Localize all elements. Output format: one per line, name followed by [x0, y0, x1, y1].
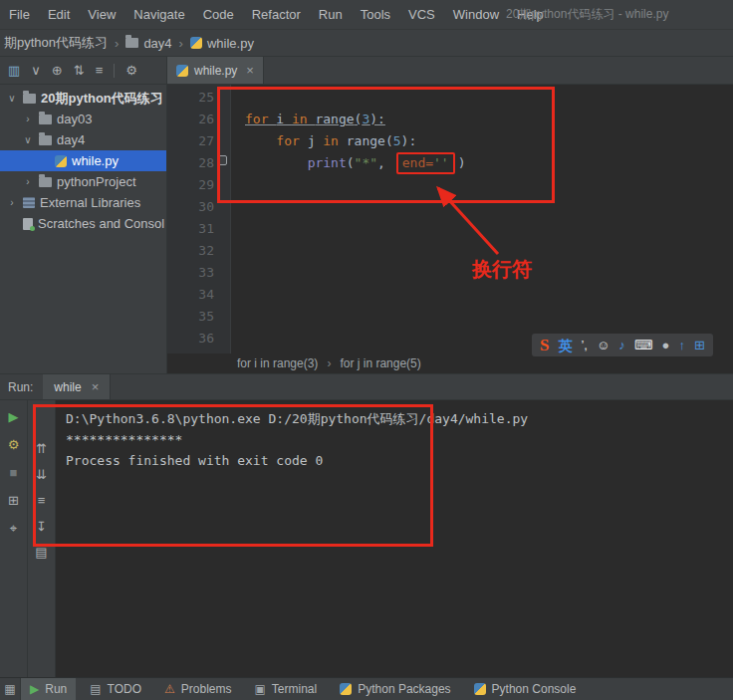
- restore-layout-icon[interactable]: ⊞: [8, 494, 19, 507]
- run-panel: Run: while × ▶⚙■⊞⌖ ⇈⇊≡↧▤ D:\Python3.6.8\…: [0, 373, 733, 677]
- gutter-bookmark-icon[interactable]: [218, 155, 227, 165]
- soft-wrap-icon[interactable]: ≡: [38, 494, 46, 507]
- tree-item-while-py[interactable]: while.py: [0, 150, 166, 171]
- editor-breadcrumb-2[interactable]: for j in range(5): [338, 356, 422, 370]
- scratch-icon: [23, 218, 33, 230]
- sogou-logo-icon[interactable]: S: [540, 337, 549, 353]
- breadcrumb-item-while-py[interactable]: while.py: [188, 36, 256, 51]
- problems-icon: ⚠: [164, 683, 175, 695]
- menu-view[interactable]: View: [79, 7, 124, 22]
- punctuation-icon[interactable]: ’,: [581, 339, 588, 351]
- status-problems[interactable]: ⚠Problems: [155, 678, 240, 700]
- breadcrumb-separator-icon: ›: [110, 36, 123, 51]
- tree-item-external-libraries[interactable]: ›External Libraries: [0, 192, 166, 213]
- menu-window[interactable]: Window: [444, 7, 508, 22]
- editor-tab-while-py[interactable]: while.py×: [167, 57, 264, 84]
- python-icon: [474, 683, 486, 695]
- run-toolbar-main: ▶⚙■⊞⌖: [0, 400, 28, 677]
- toolbox-icon[interactable]: ⊞: [694, 339, 705, 351]
- breadcrumb-item-day4[interactable]: day4: [123, 36, 173, 51]
- run-console[interactable]: D:\Python3.6.8\python.exe D:/20期python代码…: [56, 400, 733, 677]
- line-number: 35: [167, 306, 230, 328]
- close-icon[interactable]: ×: [246, 64, 254, 77]
- chevron-expanded-icon[interactable]: ∨: [6, 93, 18, 104]
- profile-icon[interactable]: ●: [662, 339, 670, 351]
- stop-icon[interactable]: ■: [10, 466, 18, 479]
- editor-breadcrumb-1[interactable]: for i in range(3): [235, 356, 320, 370]
- tree-item-20-python[interactable]: ∨20期python代码练习: [0, 88, 166, 109]
- run-toolbar-secondary: ⇈⇊≡↧▤: [28, 400, 56, 677]
- menu-vcs[interactable]: VCS: [399, 7, 444, 22]
- code-area[interactable]: for i in range(3): for j in range(5): pr…: [231, 85, 733, 350]
- scroll-to-end-icon[interactable]: ↧: [36, 520, 47, 533]
- annotation-box-end-param: end='': [396, 152, 455, 174]
- menu-refactor[interactable]: Refactor: [243, 7, 310, 22]
- code-line-34: [245, 284, 733, 306]
- menu-edit[interactable]: Edit: [39, 7, 79, 22]
- menu-tools[interactable]: Tools: [352, 7, 399, 22]
- pin-tab-icon[interactable]: ⌖: [10, 522, 17, 535]
- editor-tab-bar: while.py×: [167, 57, 264, 84]
- rerun-icon[interactable]: ▶: [9, 410, 19, 423]
- status-terminal[interactable]: ▣Terminal: [246, 678, 327, 700]
- emoji-icon[interactable]: ☺: [597, 339, 610, 351]
- line-number: 30: [167, 196, 230, 218]
- tree-item-day4[interactable]: ∨day4: [0, 129, 166, 150]
- clear-all-icon[interactable]: ▤: [35, 546, 47, 559]
- expand-all-icon[interactable]: ⇅: [74, 64, 85, 77]
- chevron-collapsed-icon[interactable]: ›: [6, 197, 18, 208]
- status-todo[interactable]: ▤TODO: [81, 678, 150, 700]
- down-stacktrace-icon[interactable]: ⇊: [36, 468, 47, 481]
- code-editor[interactable]: 252627282930313233343536 for i in range(…: [167, 85, 733, 373]
- code-line-28: print("*", end=''): [245, 152, 733, 174]
- chevron-collapsed-icon[interactable]: ›: [22, 114, 34, 124]
- menu-file[interactable]: File: [0, 7, 39, 22]
- editor-gutter: 252627282930313233343536: [167, 85, 231, 353]
- upload-icon[interactable]: ↑: [678, 339, 685, 351]
- project-tool-window-icon[interactable]: ▥: [8, 64, 20, 77]
- menu-navigate[interactable]: Navigate: [124, 7, 193, 22]
- tree-item-scratches-and-consol[interactable]: Scratches and Consol: [0, 213, 166, 234]
- close-icon[interactable]: ×: [92, 380, 100, 393]
- breadcrumb-item-python[interactable]: 期python代码练习: [2, 34, 110, 52]
- collapse-all-icon[interactable]: ≡: [96, 64, 104, 77]
- todo-icon: ▤: [90, 683, 101, 695]
- status-python-packages[interactable]: Python Packages: [331, 678, 459, 700]
- run-tool-icon: ▶: [30, 683, 39, 695]
- python-icon: [55, 155, 67, 167]
- project-tree: ∨20期python代码练习›day03∨day4while.py›python…: [0, 85, 167, 373]
- tool-window-switcher-icon[interactable]: ▦: [0, 678, 21, 700]
- line-number: 27: [167, 130, 230, 152]
- settings-icon[interactable]: ⚙: [125, 64, 137, 77]
- chevron-expanded-icon[interactable]: ∨: [22, 134, 34, 145]
- console-line-1: D:\Python3.6.8\python.exe D:/20期python代码…: [66, 408, 733, 429]
- code-line-30: [245, 196, 733, 218]
- menu-code[interactable]: Code: [194, 7, 243, 22]
- menu-run[interactable]: Run: [310, 7, 352, 22]
- build-settings-icon[interactable]: ⚙: [8, 438, 20, 451]
- locate-file-icon[interactable]: ⊕: [52, 64, 63, 77]
- keyboard-icon[interactable]: ⌨: [634, 339, 653, 351]
- python-icon: [190, 37, 202, 49]
- tree-item-day03[interactable]: ›day03: [0, 109, 166, 129]
- chevron-collapsed-icon[interactable]: ›: [22, 176, 34, 187]
- status-run[interactable]: ▶Run: [21, 678, 76, 700]
- run-tab-while[interactable]: while ×: [43, 374, 111, 399]
- folder-icon: [39, 177, 52, 187]
- line-number: 31: [167, 218, 230, 240]
- status-python-console[interactable]: Python Console: [465, 678, 586, 700]
- toolbar-divider: [114, 64, 115, 78]
- line-number: 36: [167, 328, 230, 350]
- up-stacktrace-icon[interactable]: ⇈: [36, 442, 47, 455]
- mic-icon[interactable]: ♪: [618, 339, 625, 351]
- view-options-icon[interactable]: ∨: [31, 64, 41, 77]
- library-icon: [23, 197, 35, 208]
- run-panel-body: ▶⚙■⊞⌖ ⇈⇊≡↧▤ D:\Python3.6.8\python.exe D:…: [0, 400, 733, 677]
- code-line-26: for i in range(3):: [245, 109, 733, 130]
- ime-language-toggle[interactable]: 英: [558, 339, 572, 352]
- terminal-icon: ▣: [255, 683, 266, 695]
- menu-items: FileEditViewNavigateCodeRefactorRunTools…: [0, 7, 553, 22]
- tree-item-pythonproject[interactable]: ›pythonProject: [0, 171, 166, 192]
- folder-icon: [39, 115, 52, 124]
- console-line-2: ***************: [66, 429, 733, 450]
